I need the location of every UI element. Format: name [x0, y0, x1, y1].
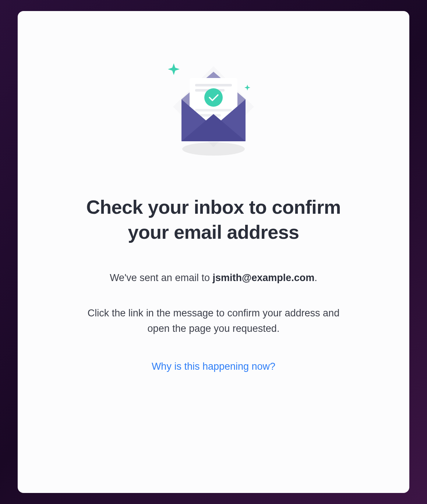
svg-rect-4	[195, 109, 232, 111]
sent-suffix: .	[314, 272, 317, 283]
svg-rect-2	[195, 84, 232, 86]
svg-point-0	[182, 142, 245, 156]
instruction-text: Click the link in the message to confirm…	[77, 306, 350, 337]
envelope-check-icon	[162, 55, 265, 162]
sent-prefix: We've sent an email to	[110, 272, 212, 283]
sent-email-text: We've sent an email to jsmith@example.co…	[110, 270, 317, 286]
confirmation-card: Check your inbox to confirm your email a…	[18, 11, 409, 493]
why-happening-link[interactable]: Why is this happening now?	[152, 361, 275, 372]
svg-point-6	[204, 88, 223, 107]
email-address: jsmith@example.com	[212, 272, 314, 283]
envelope-illustration	[162, 55, 265, 162]
page-heading: Check your inbox to confirm your email a…	[74, 195, 353, 245]
